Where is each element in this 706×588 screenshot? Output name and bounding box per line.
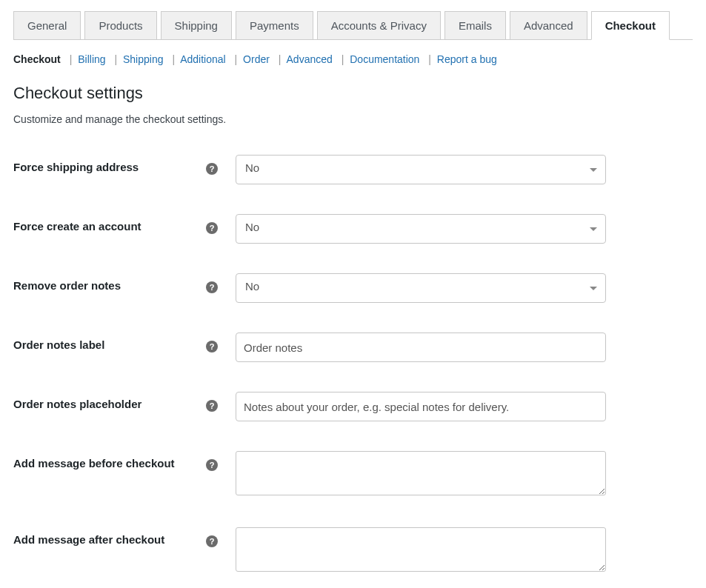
label-force-shipping-address: Force shipping address <box>13 155 206 173</box>
textarea-message-before-checkout[interactable] <box>236 451 606 495</box>
subnav-billing[interactable]: Billing <box>78 53 105 65</box>
help-icon[interactable]: ? <box>206 535 218 547</box>
label-message-before-checkout: Add message before checkout <box>13 451 206 470</box>
row-message-before-checkout: Add message before checkout ? <box>13 451 693 498</box>
separator: | <box>114 53 117 65</box>
label-force-create-account: Force create an account <box>13 214 206 233</box>
select-value: No <box>236 155 606 184</box>
help-icon[interactable]: ? <box>206 222 218 234</box>
tab-emails[interactable]: Emails <box>444 11 506 40</box>
textarea-message-after-checkout[interactable] <box>236 527 606 572</box>
separator: | <box>428 53 431 65</box>
tab-general[interactable]: General <box>13 11 81 40</box>
subnav-additional[interactable]: Additional <box>180 53 226 65</box>
separator: | <box>235 53 238 65</box>
label-order-notes-label: Order notes label <box>13 333 206 351</box>
help-icon[interactable]: ? <box>206 341 218 353</box>
row-force-shipping-address: Force shipping address ? No <box>13 155 693 184</box>
label-order-notes-placeholder: Order notes placeholder <box>13 392 206 410</box>
subnav-shipping[interactable]: Shipping <box>123 53 164 65</box>
label-remove-order-notes: Remove order notes <box>13 273 206 292</box>
tab-advanced[interactable]: Advanced <box>510 11 587 40</box>
row-message-after-checkout: Add message after checkout ? <box>13 527 693 574</box>
select-remove-order-notes[interactable]: No <box>236 273 606 303</box>
tab-checkout[interactable]: Checkout <box>591 11 670 40</box>
tab-payments[interactable]: Payments <box>236 11 313 40</box>
row-force-create-account: Force create an account ? No <box>13 214 693 244</box>
subnav-checkout[interactable]: Checkout <box>13 53 61 65</box>
primary-tab-nav: General Products Shipping Payments Accou… <box>13 11 693 40</box>
help-icon[interactable]: ? <box>206 400 218 412</box>
select-value: No <box>236 273 606 303</box>
separator: | <box>342 53 344 65</box>
row-order-notes-placeholder: Order notes placeholder ? <box>13 392 693 421</box>
subnav-order[interactable]: Order <box>243 53 270 65</box>
tab-shipping[interactable]: Shipping <box>161 11 232 40</box>
subnav-documentation[interactable]: Documentation <box>350 53 419 65</box>
input-order-notes-label[interactable] <box>236 333 606 362</box>
help-icon[interactable]: ? <box>206 459 218 471</box>
tab-products[interactable]: Products <box>84 11 156 40</box>
section-title: Checkout settings <box>13 84 693 103</box>
input-order-notes-placeholder[interactable] <box>236 392 606 421</box>
row-remove-order-notes: Remove order notes ? No <box>13 273 693 303</box>
sub-nav: Checkout | Billing | Shipping | Addition… <box>13 53 693 65</box>
section-description: Customize and manage the checkout settin… <box>13 113 693 125</box>
separator: | <box>70 53 73 65</box>
help-icon[interactable]: ? <box>206 163 218 175</box>
help-icon[interactable]: ? <box>206 281 218 293</box>
row-order-notes-label: Order notes label ? <box>13 333 693 362</box>
subnav-advanced[interactable]: Advanced <box>287 53 333 65</box>
select-force-shipping-address[interactable]: No <box>236 155 606 184</box>
subnav-report-bug[interactable]: Report a bug <box>437 53 497 65</box>
select-force-create-account[interactable]: No <box>236 214 606 244</box>
separator: | <box>279 53 282 65</box>
tab-accounts-privacy[interactable]: Accounts & Privacy <box>317 11 441 40</box>
select-value: No <box>236 214 606 244</box>
separator: | <box>172 53 175 65</box>
label-message-after-checkout: Add message after checkout <box>13 527 206 546</box>
